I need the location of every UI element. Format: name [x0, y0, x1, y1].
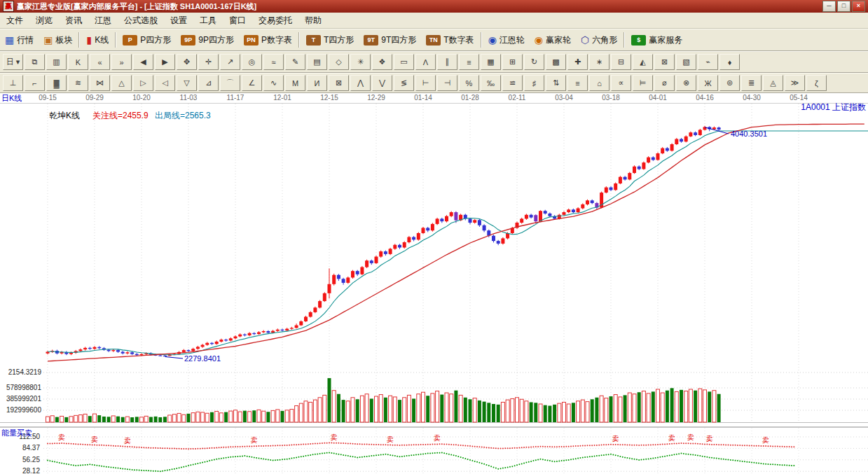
drawing-tool-icon[interactable]: ∗	[589, 54, 609, 70]
drawing-tool-icon[interactable]: И	[307, 75, 327, 91]
drawing-tool-icon[interactable]: ◎	[242, 54, 262, 70]
drawing-tool-icon[interactable]: ✥	[177, 54, 197, 70]
drawing-tool-icon[interactable]: ‰	[481, 75, 501, 91]
drawing-tool-icon[interactable]: ⊗	[676, 75, 696, 91]
drawing-tool-icon[interactable]: ⌁	[698, 54, 718, 70]
drawing-tool-icon[interactable]: ⊥	[3, 75, 23, 91]
drawing-tool-icon[interactable]: ◀	[133, 54, 153, 70]
drawing-tool-icon[interactable]: ✚	[567, 54, 588, 70]
drawing-tool-icon[interactable]: ∠	[242, 75, 262, 91]
menu-item-资讯[interactable]: 资讯	[59, 13, 88, 28]
toolbar-item-赢家服务[interactable]: $赢家服务	[626, 29, 687, 50]
toolbar-item-赢家轮[interactable]: ◉赢家轮	[530, 29, 576, 50]
toolbar-item-行情[interactable]: ▦行情	[0, 29, 39, 50]
menu-item-窗口[interactable]: 窗口	[223, 13, 252, 28]
minimize-button[interactable]: ─	[822, 1, 836, 12]
drawing-tool-icon[interactable]: 日 ▾	[3, 54, 23, 70]
kline-chart[interactable]: 09-1509-2910-2011-0311-1712-0112-1512-29…	[0, 93, 868, 474]
drawing-tool-icon[interactable]: ⋀	[350, 75, 371, 91]
drawing-tool-icon[interactable]: ⌂	[589, 75, 609, 91]
drawing-tool-icon[interactable]: K	[68, 54, 88, 70]
toolbar-item-六角形[interactable]: ⬡六角形	[576, 29, 622, 50]
toolbar-item-T四方形[interactable]: TT四方形	[301, 29, 359, 50]
drawing-tool-icon[interactable]: ⊿	[198, 75, 219, 91]
toolbar-item-K线[interactable]: ▮K线	[81, 29, 113, 50]
drawing-tool-icon[interactable]: ⋈	[90, 75, 110, 91]
drawing-tool-icon[interactable]: ▽	[177, 75, 197, 91]
drawing-tool-icon[interactable]: ◇	[329, 54, 349, 70]
drawing-tool-icon[interactable]: %	[459, 75, 479, 91]
drawing-tool-icon[interactable]: ◬	[763, 75, 783, 91]
drawing-tool-icon[interactable]: ✎	[285, 54, 305, 70]
drawing-tool-icon[interactable]: ⌒	[220, 75, 240, 91]
drawing-tool-icon[interactable]: «	[90, 54, 110, 70]
toolbar-item-9P四方形[interactable]: 9P9P四方形	[176, 29, 239, 50]
toolbar-item-T数字表[interactable]: TNT数字表	[421, 29, 478, 50]
menu-item-设置[interactable]: 设置	[164, 13, 193, 28]
menu-item-文件[interactable]: 文件	[0, 13, 29, 28]
drawing-tool-icon[interactable]: »	[111, 54, 132, 70]
drawing-tool-icon[interactable]: ▤	[307, 54, 327, 70]
drawing-tool-icon[interactable]: ⊨	[633, 75, 653, 91]
drawing-tool-icon[interactable]: ⊚	[719, 75, 740, 91]
drawing-tool-icon[interactable]: ≣	[741, 75, 762, 91]
drawing-tool-icon[interactable]: Ж	[698, 75, 718, 91]
maximize-button[interactable]: □	[837, 1, 850, 12]
drawing-tool-icon[interactable]: ✳	[350, 54, 371, 70]
drawing-tool-icon[interactable]: ≈	[263, 54, 284, 70]
drawing-tool-icon[interactable]: ⊠	[329, 75, 349, 91]
drawing-tool-icon[interactable]: ≌	[502, 75, 523, 91]
drawing-tool-icon[interactable]: ▷	[133, 75, 153, 91]
drawing-tool-icon[interactable]: ▶	[155, 54, 175, 70]
drawing-tool-icon[interactable]: ◭	[633, 54, 653, 70]
close-button[interactable]: ×	[852, 1, 865, 12]
drawing-tool-icon[interactable]: ∿	[263, 75, 284, 91]
toolbar-item-板块[interactable]: ▣板块	[39, 29, 77, 50]
toolbar-item-P四方形[interactable]: PP四方形	[118, 29, 176, 50]
drawing-tool-icon[interactable]: ∥	[437, 54, 457, 70]
drawing-tool-icon[interactable]: ⋁	[372, 75, 392, 91]
drawing-tool-icon[interactable]: ⌀	[654, 75, 675, 91]
drawing-tool-icon[interactable]: ↻	[524, 54, 544, 70]
drawing-tool-icon[interactable]: ⇅	[546, 75, 566, 91]
menu-item-帮助[interactable]: 帮助	[298, 13, 328, 28]
drawing-tool-icon[interactable]: ↗	[220, 54, 240, 70]
drawing-tool-icon[interactable]: ≡	[459, 54, 479, 70]
drawing-tool-icon[interactable]: ⌐	[25, 75, 45, 91]
drawing-tool-icon[interactable]: ♯	[524, 75, 544, 91]
menu-item-工具[interactable]: 工具	[193, 13, 223, 28]
drawing-tool-icon[interactable]: M	[285, 75, 305, 91]
drawing-tool-icon[interactable]: ζ	[806, 75, 827, 91]
drawing-tool-icon[interactable]: Λ	[415, 54, 436, 70]
menu-item-公式选股[interactable]: 公式选股	[118, 13, 164, 28]
drawing-tool-icon[interactable]: ◁	[155, 75, 175, 91]
drawing-tool-icon[interactable]: ⊣	[437, 75, 457, 91]
drawing-tool-icon[interactable]: ⊠	[654, 54, 675, 70]
svg-text:卖: 卖	[706, 435, 713, 442]
drawing-tool-icon[interactable]: ⧉	[25, 54, 45, 70]
drawing-tool-icon[interactable]: ▧	[676, 54, 696, 70]
drawing-tool-icon[interactable]: △	[111, 75, 132, 91]
drawing-tool-icon[interactable]: ▓	[46, 75, 67, 91]
menu-item-浏览[interactable]: 浏览	[29, 13, 59, 28]
drawing-tool-icon[interactable]: ≋	[68, 75, 88, 91]
menu-item-交易委托[interactable]: 交易委托	[252, 13, 298, 28]
toolbar-item-9T四方形[interactable]: 9T9T四方形	[359, 29, 421, 50]
drawing-tool-icon[interactable]: ▥	[46, 54, 67, 70]
toolbar-item-P数字表[interactable]: PNP数字表	[239, 29, 297, 50]
drawing-tool-icon[interactable]: ▭	[394, 54, 414, 70]
drawing-tool-icon[interactable]: ▦	[481, 54, 501, 70]
drawing-tool-icon[interactable]: ⊟	[611, 54, 631, 70]
drawing-tool-icon[interactable]: ❖	[372, 54, 392, 70]
toolbar-item-江恩轮[interactable]: ◉江恩轮	[483, 29, 530, 50]
menu-item-江恩[interactable]: 江恩	[88, 13, 118, 28]
drawing-tool-icon[interactable]: ≫	[785, 75, 805, 91]
drawing-tool-icon[interactable]: ≡	[567, 75, 588, 91]
drawing-tool-icon[interactable]: ⊞	[502, 54, 523, 70]
drawing-tool-icon[interactable]: ⊢	[415, 75, 436, 91]
drawing-tool-icon[interactable]: ▩	[546, 54, 566, 70]
drawing-tool-icon[interactable]: ≶	[394, 75, 414, 91]
drawing-tool-icon[interactable]: ♦	[719, 54, 740, 70]
drawing-tool-icon[interactable]: ✛	[198, 54, 219, 70]
drawing-tool-icon[interactable]: ∝	[611, 75, 631, 91]
